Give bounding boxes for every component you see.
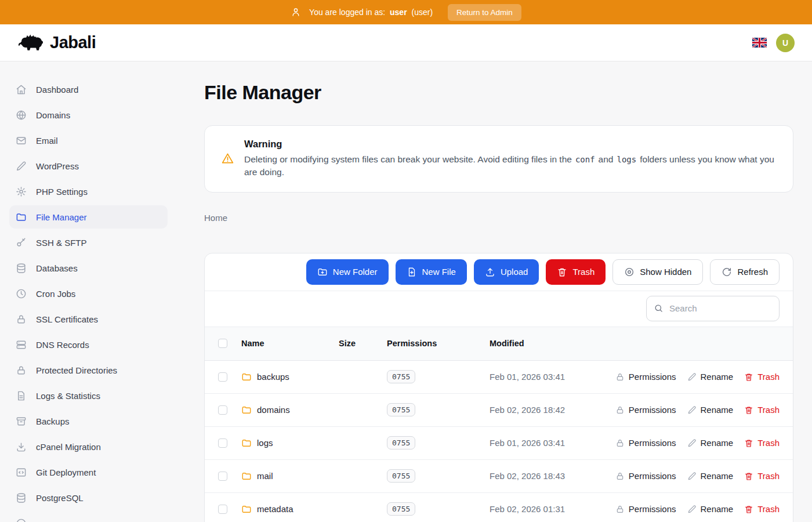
row-checkbox[interactable]	[218, 405, 227, 415]
sidebar-item-label: Domains	[36, 110, 70, 120]
sidebar-item-item[interactable]	[9, 512, 168, 522]
search-icon	[654, 303, 664, 313]
download-icon	[16, 441, 27, 452]
search-input[interactable]	[646, 296, 780, 321]
sidebar: Dashboard Domains Email WordPress PHP Se…	[0, 61, 177, 522]
pencil-icon	[687, 438, 697, 448]
folder-icon	[241, 405, 252, 415]
search-row	[205, 291, 793, 327]
sidebar-item-postgresql[interactable]: PostgreSQL	[9, 486, 168, 509]
upload-button[interactable]: Upload	[474, 259, 539, 285]
select-all-checkbox[interactable]	[218, 339, 227, 348]
sidebar-item-php-settings[interactable]: PHP Settings	[9, 180, 168, 203]
sidebar-item-dashboard[interactable]: Dashboard	[9, 78, 168, 101]
sidebar-item-wordpress[interactable]: WordPress	[9, 154, 168, 177]
permissions-badge: 0755	[387, 370, 415, 383]
avatar[interactable]: U	[776, 34, 795, 52]
permissions-badge: 0755	[387, 436, 415, 449]
row-rename-button[interactable]: Rename	[687, 405, 734, 415]
sidebar-item-label: SSL Certificates	[36, 314, 98, 324]
language-flag-icon[interactable]	[752, 38, 767, 48]
row-rename-button[interactable]: Rename	[687, 372, 734, 382]
sidebar-item-label: PHP Settings	[36, 187, 88, 197]
circle-icon	[16, 518, 27, 522]
row-permissions-button[interactable]: Permissions	[615, 438, 676, 448]
banner-username: user	[390, 8, 407, 17]
row-rename-button[interactable]: Rename	[687, 504, 734, 514]
sidebar-item-label: cPanel Migration	[36, 442, 101, 452]
sidebar-item-domains[interactable]: Domains	[9, 103, 168, 126]
sidebar-item-dns-records[interactable]: DNS Records	[9, 333, 168, 356]
row-permissions-button[interactable]: Permissions	[615, 471, 676, 481]
folder-icon	[241, 504, 252, 514]
row-trash-button[interactable]: Trash	[744, 405, 780, 415]
file-name[interactable]: mail	[257, 471, 273, 481]
permissions-badge: 0755	[387, 469, 415, 483]
modified-date: Feb 01, 2026 03:41	[490, 372, 615, 382]
file-name[interactable]: domains	[257, 405, 290, 415]
app-header: Jabali U	[0, 24, 812, 61]
column-modified: Modified	[490, 339, 780, 348]
lock-icon	[16, 365, 27, 376]
sidebar-item-email[interactable]: Email	[9, 129, 168, 152]
row-permissions-button[interactable]: Permissions	[615, 372, 676, 382]
column-size: Size	[339, 339, 387, 348]
row-permissions-button[interactable]: Permissions	[615, 504, 676, 514]
sidebar-item-backups[interactable]: Backups	[9, 409, 168, 433]
pencil-icon	[16, 161, 27, 172]
pencil-icon	[687, 505, 697, 514]
sidebar-item-protected-directories[interactable]: Protected Directories	[9, 358, 168, 382]
server-icon	[16, 339, 27, 350]
file-name[interactable]: metadata	[257, 504, 293, 514]
row-checkbox[interactable]	[218, 505, 227, 514]
trash-icon	[557, 267, 567, 277]
file-name[interactable]: logs	[257, 438, 273, 448]
breadcrumb[interactable]: Home	[204, 213, 227, 223]
sidebar-item-file-manager[interactable]: File Manager	[9, 205, 168, 229]
sidebar-item-label: DNS Records	[36, 340, 89, 350]
main-content: File Manager Warning Deleting or modifyi…	[177, 61, 812, 522]
row-checkbox[interactable]	[218, 472, 227, 481]
key-icon	[16, 237, 27, 248]
globe-icon	[16, 110, 27, 121]
row-trash-button[interactable]: Trash	[744, 471, 780, 481]
permissions-badge: 0755	[387, 403, 415, 416]
sidebar-item-logs-statistics[interactable]: Logs & Statistics	[9, 384, 168, 407]
sidebar-item-ssh-sftp[interactable]: SSH & SFTP	[9, 231, 168, 254]
sidebar-item-label: Backups	[36, 416, 70, 426]
new-file-button[interactable]: New File	[396, 259, 467, 285]
file-name[interactable]: backups	[257, 372, 289, 382]
lock-icon	[16, 314, 27, 325]
gear-icon	[16, 186, 27, 197]
return-to-admin-button[interactable]: Return to Admin	[448, 4, 521, 21]
table-row: logs 0755 Feb 01, 2026 03:41 Permissions…	[205, 427, 793, 460]
folder-icon	[16, 212, 27, 223]
row-rename-button[interactable]: Rename	[687, 438, 734, 448]
trash-button[interactable]: Trash	[546, 259, 606, 285]
sidebar-item-cpanel-migration[interactable]: cPanel Migration	[9, 435, 168, 458]
table-row: backups 0755 Feb 01, 2026 03:41 Permissi…	[205, 361, 793, 394]
row-checkbox[interactable]	[218, 438, 227, 448]
code-conf: conf	[575, 155, 595, 164]
archive-icon	[16, 416, 27, 427]
sidebar-item-cron-jobs[interactable]: Cron Jobs	[9, 282, 168, 305]
row-permissions-button[interactable]: Permissions	[615, 405, 676, 415]
sidebar-item-label: File Manager	[36, 212, 87, 222]
row-checkbox[interactable]	[218, 372, 227, 382]
new-folder-button[interactable]: New Folder	[306, 259, 389, 285]
sidebar-item-ssl-certificates[interactable]: SSL Certificates	[9, 307, 168, 331]
row-trash-button[interactable]: Trash	[744, 372, 780, 382]
brand-logo[interactable]: Jabali	[17, 33, 96, 53]
modified-date: Feb 02, 2026 18:43	[490, 471, 615, 481]
row-trash-button[interactable]: Trash	[744, 438, 780, 448]
show-hidden-button[interactable]: Show Hidden	[612, 259, 703, 285]
banner-role: (user)	[412, 8, 433, 17]
sidebar-item-git-deployment[interactable]: Git Deployment	[9, 461, 168, 484]
column-permissions: Permissions	[387, 339, 490, 348]
row-rename-button[interactable]: Rename	[687, 471, 734, 481]
refresh-button[interactable]: Refresh	[710, 259, 780, 285]
sidebar-item-label: Git Deployment	[36, 467, 96, 477]
pencil-icon	[687, 472, 697, 481]
sidebar-item-databases[interactable]: Databases	[9, 256, 168, 280]
row-trash-button[interactable]: Trash	[744, 504, 780, 514]
